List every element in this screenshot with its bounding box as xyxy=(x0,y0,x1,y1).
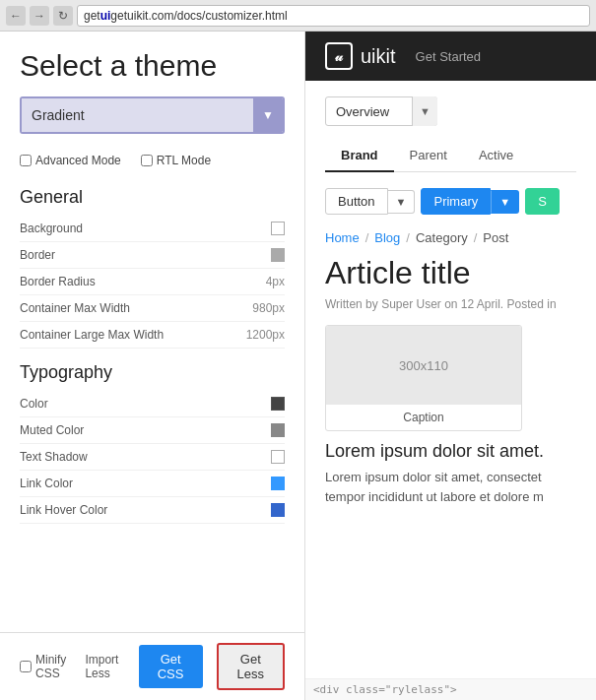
article-title: Article title xyxy=(325,255,576,291)
breadcrumb-category: Category xyxy=(416,230,468,245)
setting-label-text-shadow: Text Shadow xyxy=(20,450,88,464)
setting-row-color: Color xyxy=(20,391,285,417)
container-max-value: 980px xyxy=(252,301,285,315)
left-panel: Select a theme Gradient Default Almost F… xyxy=(0,32,305,700)
setting-row-border-radius: Border Radius 4px xyxy=(20,269,285,295)
settings-scroll[interactable]: General Background Border Border Radius … xyxy=(0,173,304,632)
rtl-mode-input[interactable] xyxy=(141,155,153,166)
address-bar[interactable]: getuigetuikit.com/docs/customizer.html xyxy=(77,5,590,27)
breadcrumb: Home / Blog / Category / Post xyxy=(325,230,576,245)
get-less-button[interactable]: Get Less xyxy=(217,643,285,690)
tab-parent[interactable]: Parent xyxy=(394,140,463,172)
bottom-bar: Minify CSS Import Less Get CSS Get Less xyxy=(0,632,304,700)
link-hover-color-swatch[interactable] xyxy=(271,503,285,517)
minify-css-checkbox[interactable]: Minify CSS xyxy=(20,653,67,680)
page-title: Select a theme xyxy=(20,49,285,83)
setting-row-container-large: Container Large Max Width 1200px xyxy=(20,322,285,349)
breadcrumb-post: Post xyxy=(483,230,508,245)
forward-button[interactable]: → xyxy=(30,6,49,26)
setting-row-muted-color: Muted Color xyxy=(20,417,285,444)
rtl-mode-checkbox[interactable]: RTL Mode xyxy=(141,154,211,167)
advanced-mode-input[interactable] xyxy=(20,155,32,166)
uikit-logo-icon: 𝓊 xyxy=(325,42,353,70)
main-area: Select a theme Gradient Default Almost F… xyxy=(0,32,596,700)
success-button[interactable]: S xyxy=(525,188,560,215)
refresh-button[interactable]: ↻ xyxy=(53,6,73,26)
breadcrumb-home[interactable]: Home xyxy=(325,230,360,245)
typography-section-title: Typography xyxy=(20,362,285,383)
setting-row-text-shadow: Text Shadow xyxy=(20,444,285,471)
color-swatch[interactable] xyxy=(271,397,285,411)
button-dropdown-group: Button ▼ xyxy=(325,188,415,215)
primary-dropdown-arrow[interactable]: ▼ xyxy=(491,190,519,214)
theme-select[interactable]: Gradient Default Almost Flat Flat Dark xyxy=(22,98,283,132)
uikit-header: 𝓊 uikit Get Started xyxy=(305,32,596,81)
article-body-text: Lorem ipsum dolor sit amet, consectet te… xyxy=(325,468,576,506)
breadcrumb-sep-1: / xyxy=(365,230,369,245)
get-started-nav[interactable]: Get Started xyxy=(416,49,481,64)
advanced-mode-checkbox[interactable]: Advanced Mode xyxy=(20,154,121,167)
border-radius-value: 4px xyxy=(266,275,285,288)
breadcrumb-sep-2: / xyxy=(406,230,410,245)
primary-button-group: Primary ▼ xyxy=(421,188,519,215)
button-default[interactable]: Button xyxy=(325,188,388,215)
setting-row-link-hover: Link Hover Color xyxy=(20,497,285,524)
tab-brand[interactable]: Brand xyxy=(325,140,394,172)
general-section-title: General xyxy=(20,187,285,208)
browser-bar: ← → ↻ getuigetuikit.com/docs/customizer.… xyxy=(0,0,596,32)
button-dropdown-arrow[interactable]: ▼ xyxy=(388,190,416,214)
minify-css-input[interactable] xyxy=(20,661,32,672)
setting-row-container-max: Container Max Width 980px xyxy=(20,295,285,322)
text-shadow-swatch[interactable] xyxy=(271,450,285,464)
article-image-placeholder: 300x110 Caption xyxy=(325,325,522,431)
tabs-row: Brand Parent Active xyxy=(325,140,576,172)
url-text: getuigetuikit.com/docs/customizer.html xyxy=(84,9,288,23)
breadcrumb-sep-3: / xyxy=(474,230,478,245)
tab-active[interactable]: Active xyxy=(463,140,529,172)
article-meta: Written by Super User on 12 April. Poste… xyxy=(325,297,576,311)
right-panel: 𝓊 uikit Get Started Overview Components … xyxy=(305,32,596,700)
article-caption: Caption xyxy=(326,405,521,430)
preview-content[interactable]: Overview Components ▼ Brand Parent Activ… xyxy=(305,81,596,678)
setting-label-color: Color xyxy=(20,397,48,411)
primary-button[interactable]: Primary xyxy=(421,188,491,215)
setting-label-container-max: Container Max Width xyxy=(20,301,130,315)
uikit-logo: 𝓊 uikit xyxy=(325,42,396,70)
setting-label-border-radius: Border Radius xyxy=(20,275,96,288)
setting-row-link-color: Link Color xyxy=(20,471,285,497)
container-large-value: 1200px xyxy=(246,328,285,342)
background-color-swatch[interactable] xyxy=(271,222,285,235)
border-color-swatch[interactable] xyxy=(271,248,285,262)
setting-label-background: Background xyxy=(20,222,83,235)
setting-label-container-large: Container Large Max Width xyxy=(20,328,164,342)
uikit-logo-text: uikit xyxy=(361,45,396,68)
setting-label-link-hover: Link Hover Color xyxy=(20,503,107,517)
setting-label-muted-color: Muted Color xyxy=(20,423,84,437)
overview-select[interactable]: Overview Components xyxy=(325,96,437,126)
image-placeholder-box: 300x110 xyxy=(326,326,521,405)
article-body-title: Lorem ipsum dolor sit amet. xyxy=(325,441,576,462)
setting-row-border: Border xyxy=(20,242,285,269)
setting-row-background: Background xyxy=(20,216,285,242)
setting-label-link-color: Link Color xyxy=(20,477,73,490)
setting-label-border: Border xyxy=(20,248,55,262)
mode-checkboxes: Advanced Mode RTL Mode xyxy=(0,144,304,173)
code-hint: <div class="rylelass"> xyxy=(305,678,596,700)
link-color-swatch[interactable] xyxy=(271,477,285,490)
back-button[interactable]: ← xyxy=(6,6,26,26)
overview-select-wrapper: Overview Components ▼ xyxy=(325,96,437,126)
breadcrumb-blog[interactable]: Blog xyxy=(374,230,400,245)
muted-color-swatch[interactable] xyxy=(271,423,285,437)
import-less-label: Import Less xyxy=(85,653,124,680)
theme-select-wrapper: Gradient Default Almost Flat Flat Dark ▼ xyxy=(20,96,285,134)
button-row: Button ▼ Primary ▼ S xyxy=(325,188,576,215)
left-panel-header: Select a theme Gradient Default Almost F… xyxy=(0,32,304,144)
get-css-button[interactable]: Get CSS xyxy=(139,645,203,688)
